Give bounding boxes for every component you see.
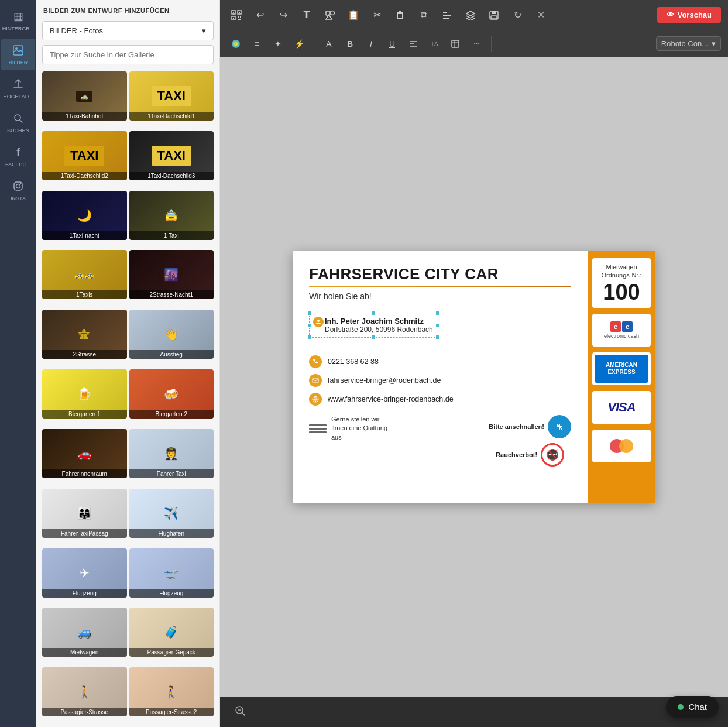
eye-icon: 👁: [667, 11, 674, 19]
list-item[interactable]: TAXI 1Taxi-Dachschild2: [42, 131, 127, 180]
receipt-text: Gerne stellen wir Ihnen eine Quittung au…: [331, 415, 396, 442]
refresh-button[interactable]: ↻: [508, 6, 527, 25]
ec-payment-logo: e c electronic cash: [592, 314, 651, 347]
color-button[interactable]: [227, 35, 245, 53]
selection-handle-tl[interactable]: [307, 311, 312, 316]
list-item[interactable]: 🍻 Biergarten 2: [129, 369, 214, 419]
mietwagen-label: Mietwagen Ordnungs-Nr.:: [597, 263, 646, 280]
selection-handle-ml[interactable]: [307, 323, 312, 328]
list-item[interactable]: 🛣 2Strasse: [42, 310, 127, 359]
list-item[interactable]: ✈️ Flughafen: [129, 489, 214, 538]
lightning-button[interactable]: ⚡: [290, 35, 308, 53]
ec-label: electronic cash: [604, 333, 639, 339]
align-button[interactable]: [438, 6, 456, 25]
font-chevron-icon: ▾: [712, 39, 716, 48]
top-toolbar: ↩ ↪ T 📋 ✂ 🗑 ⧉: [220, 0, 728, 30]
thumb-label: Biergarten 1: [42, 410, 127, 419]
list-item[interactable]: ✈ Flugzeug: [42, 548, 127, 598]
bold-button[interactable]: B: [341, 35, 359, 53]
zoom-out-button[interactable]: [229, 702, 250, 722]
list-item[interactable]: TAXI 1Taxi-Dachschild3: [129, 131, 214, 180]
shapes-button[interactable]: [321, 6, 339, 25]
selection-handle-bl[interactable]: [307, 335, 312, 340]
selection-handle-tm[interactable]: [371, 311, 376, 316]
list-item[interactable]: 🚗 FahrerInnenraum: [42, 429, 127, 478]
sidebar-item-suchen[interactable]: SUCHEN: [1, 107, 35, 138]
save-button[interactable]: [485, 6, 503, 25]
layers-button[interactable]: [461, 6, 480, 25]
thumb-label: 1 Taxi: [129, 231, 214, 240]
underline-button[interactable]: U: [383, 35, 401, 53]
text-button[interactable]: T: [297, 6, 316, 25]
more-button[interactable]: ···: [468, 35, 485, 53]
align-menu-button[interactable]: ≡: [248, 35, 266, 53]
selected-text-container[interactable]: Inh. Peter Joachim Schmitz Dorfstraße 20…: [309, 313, 438, 346]
notices-area: Bitte anschnallen!: [489, 415, 571, 467]
cut-button[interactable]: ✂: [368, 6, 386, 25]
sidebar-item-bilder[interactable]: BILDER: [1, 39, 35, 70]
thumb-label: Passagier-Strasse2: [129, 708, 214, 716]
list-item[interactable]: 🛫 Flugzeug: [129, 548, 214, 598]
sparkle-button[interactable]: ✦: [269, 35, 287, 53]
list-item[interactable]: 🧑‍✈️ Fahrer Taxi: [129, 429, 214, 478]
text-align-button[interactable]: [404, 35, 422, 53]
list-item[interactable]: 🧳 Passagier-Gepäck: [129, 608, 214, 657]
selection-handle-tr[interactable]: [435, 311, 440, 316]
instagram-icon: [11, 179, 25, 193]
list-item[interactable]: 👋 Ausstieg: [129, 310, 214, 359]
chat-label: Chat: [688, 702, 707, 712]
card-subtitle: Wir holen Sie ab!: [309, 292, 571, 301]
list-item[interactable]: 🚕 1Taxi-Bahnhof: [42, 71, 127, 121]
card-right-panel: Mietwagen Ordnungs-Nr.: 100 e c electron…: [588, 251, 655, 503]
thumb-label: Ausstieg: [129, 350, 214, 359]
qr-code-button[interactable]: [227, 6, 246, 25]
crop-button[interactable]: [447, 35, 464, 53]
delete-button[interactable]: 🗑: [391, 6, 410, 25]
thumb-label: 1Taxi-Dachschild1: [129, 112, 214, 121]
italic-button[interactable]: I: [362, 35, 380, 53]
font-selector[interactable]: Roboto Con... ▾: [656, 36, 721, 51]
selection-handle-mr[interactable]: [435, 323, 440, 328]
list-item[interactable]: 🚶‍♀️ Passagier-Strasse2: [129, 667, 214, 716]
paste-button[interactable]: 📋: [344, 6, 363, 25]
list-item[interactable]: 👨‍👩‍👧 FahrerTaxiPassag: [42, 489, 127, 538]
list-item[interactable]: 🚶 Passagier-Strasse: [42, 667, 127, 716]
sidebar-item-insta[interactable]: INSTA: [1, 174, 35, 206]
canvas-area[interactable]: FAHRSERVICE CITY CAR Wir holen Sie ab!: [220, 57, 728, 697]
svg-rect-30: [313, 378, 318, 383]
list-item[interactable]: 🌙 1Taxi-nacht: [42, 191, 127, 240]
sidebar-item-facebook[interactable]: f FACEBO...: [1, 140, 35, 172]
undo-button[interactable]: ↩: [250, 6, 269, 25]
vorschau-button[interactable]: 👁 Vorschau: [657, 7, 721, 23]
toolbar-separator-2: [491, 36, 492, 52]
sidebar-item-hintergrund[interactable]: ▦ HINTERGR...: [1, 5, 35, 36]
gallery-search-input[interactable]: [42, 45, 214, 64]
svg-rect-0: [13, 46, 23, 55]
chat-button[interactable]: Chat: [666, 696, 719, 718]
svg-line-36: [242, 713, 245, 715]
category-dropdown[interactable]: BILDER - Fotos ▾: [42, 21, 214, 40]
selection-handle-bm[interactable]: [371, 335, 376, 340]
selected-text-box[interactable]: Inh. Peter Joachim Schmitz Dorfstraße 20…: [309, 313, 438, 338]
sidebar-item-hochladen[interactable]: HOCHLAD...: [1, 73, 35, 104]
font-size-button[interactable]: TA: [425, 35, 443, 53]
list-item[interactable]: 🚖 1 Taxi: [129, 191, 214, 240]
toolbar-separator-1: [314, 36, 314, 52]
list-item[interactable]: 🍺 Biergarten 1: [42, 369, 127, 419]
list-item[interactable]: TAXI 1Taxi-Dachschild1: [129, 71, 214, 121]
svg-rect-12: [238, 16, 239, 18]
list-item[interactable]: 🚕🚕 1Taxis: [42, 250, 127, 299]
close-button[interactable]: ✕: [531, 6, 550, 25]
pencil-button[interactable]: A: [320, 35, 338, 53]
svg-rect-17: [443, 12, 447, 13]
selection-handle-br[interactable]: [435, 335, 440, 340]
list-item[interactable]: 🚙 Mietwagen: [42, 608, 127, 657]
redo-button[interactable]: ↪: [274, 6, 293, 25]
list-item[interactable]: 🌆 2Strasse-Nacht1: [129, 250, 214, 299]
title-underline: [309, 286, 571, 287]
email-icon: [309, 374, 322, 387]
seatbelt-text: Bitte anschnallen!: [489, 423, 544, 430]
svg-point-5: [20, 183, 22, 184]
copy-button[interactable]: ⧉: [414, 6, 433, 25]
website-icon: [309, 393, 322, 406]
